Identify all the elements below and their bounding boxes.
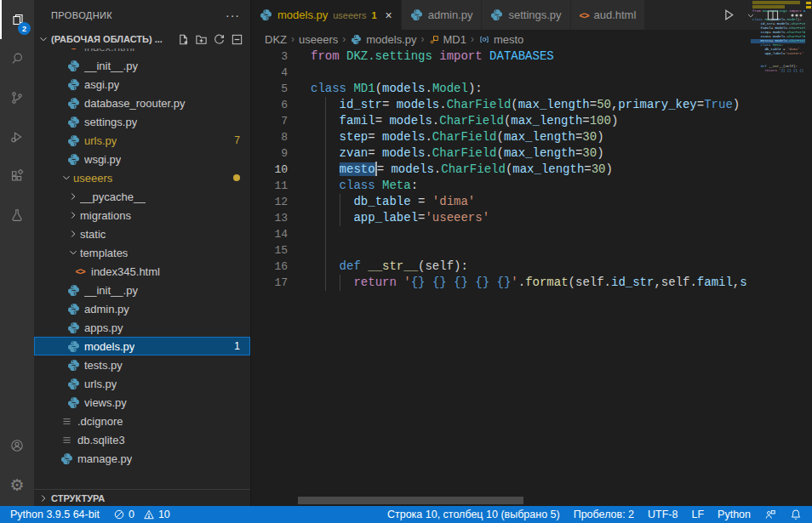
tree-item-label: index.html <box>84 48 134 54</box>
code-line-15[interactable]: 15 <box>251 242 751 259</box>
status-bar: Python 3.9.5 64-bit0 10 Строка 10, столб… <box>0 506 812 523</box>
code-line-9[interactable]: 9 zvan= models.CharField(max_length=30) <box>251 145 751 162</box>
line-number: 3 <box>251 48 288 65</box>
python-file-icon <box>260 9 272 21</box>
search-icon[interactable] <box>0 39 34 78</box>
code-line-8[interactable]: 8 step= models.CharField(max_length=30) <box>251 129 751 145</box>
line-number: 5 <box>251 81 288 97</box>
code-line-3[interactable]: 3from DKZ.settings import DATABASES <box>251 48 751 65</box>
tab-settings-py[interactable]: settings.py <box>482 0 570 30</box>
minimap[interactable]: from DKZ.settings import DATABASESclass … <box>751 0 805 506</box>
tree-file-asgi-py[interactable]: asgi.py <box>34 75 250 94</box>
outline-section-header[interactable]: СТРУКТУРА <box>34 489 250 506</box>
horizontal-scrollbar-thumb[interactable] <box>298 497 523 504</box>
source-control-icon[interactable] <box>0 78 34 117</box>
line-number: 8 <box>251 129 288 145</box>
code-line-14[interactable]: 14 <box>251 226 751 242</box>
status-indentation[interactable]: Пробелов: 2 <box>567 506 641 523</box>
extensions-icon[interactable] <box>0 156 34 196</box>
line-number: 17 <box>251 275 288 291</box>
file-tree: <>index.html__init__.pyasgi.pydatabase_r… <box>34 48 250 489</box>
breadcrumb-separator: › <box>471 33 474 45</box>
code-line-17[interactable]: 17 return '{} {} {} {} {}'.format(self.i… <box>251 275 751 291</box>
tree-file-index-html[interactable]: <>index.html <box>34 48 250 56</box>
collapse-all-icon[interactable] <box>231 33 243 46</box>
code-line-13[interactable]: 13 app_label='useeers' <box>251 210 751 226</box>
python-file-icon <box>66 396 80 409</box>
code-line-12[interactable]: 12 db_table = 'dima' <box>251 194 751 210</box>
status-label: LF <box>691 509 704 520</box>
line-number: 16 <box>251 259 288 275</box>
tree-file-settings-py[interactable]: settings.py <box>34 112 250 131</box>
tree-item-label: urls.py <box>84 134 117 147</box>
error-count: 0 <box>129 509 134 520</box>
status-feedback[interactable] <box>758 506 783 523</box>
chevron-down-icon <box>60 172 73 184</box>
tree-folder-useeers[interactable]: useeers <box>34 168 250 187</box>
status-eol[interactable]: LF <box>684 506 711 523</box>
code-line-6[interactable]: 6 id_str= models.CharField(max_length=50… <box>251 97 751 113</box>
status-language-mode[interactable]: Python <box>711 506 758 523</box>
tab-aud-html[interactable]: <>aud.html <box>571 0 646 30</box>
warning-count: 10 <box>158 509 170 520</box>
run-debug-icon[interactable] <box>0 117 34 156</box>
tree-file-wsgi-py[interactable]: wsgi.py <box>34 150 250 168</box>
status-label: UTF-8 <box>648 509 678 520</box>
tree-file-database-roouter-py[interactable]: database_roouter.py <box>34 94 250 112</box>
code-editor[interactable]: 3from DKZ.settings import DATABASES45cla… <box>251 48 751 506</box>
breadcrumb-item-models-py[interactable]: models.py <box>350 33 416 46</box>
tree-file-manage-py[interactable]: manage.py <box>34 449 250 468</box>
chevron-down-icon <box>37 33 49 45</box>
breadcrumb-item-md1[interactable]: MD1 <box>429 33 466 46</box>
account-icon[interactable] <box>0 426 34 465</box>
tree-file-admin-py[interactable]: admin.py <box>34 299 250 318</box>
code-line-10[interactable]: 10 mesto= models.CharField(max_length=30… <box>251 162 751 178</box>
status-problems[interactable]: 0 10 <box>106 506 177 523</box>
refresh-icon[interactable] <box>213 33 226 46</box>
status-cursor-position[interactable]: Строка 10, столбец 10 (выбрано 5) <box>380 506 567 523</box>
tree-file-index345-html[interactable]: <>index345.html <box>34 262 250 281</box>
tab-models-py[interactable]: models.pyuseeers1× <box>251 0 402 30</box>
chevron-right-icon <box>66 190 80 202</box>
python-file-icon <box>60 452 73 465</box>
tree-file-urls-py[interactable]: urls.py7 <box>34 131 250 150</box>
new-folder-icon[interactable] <box>195 33 208 46</box>
code-line-5[interactable]: 5class MD1(models.Model): <box>251 81 751 97</box>
more-actions-icon[interactable]: ··· <box>226 9 240 22</box>
tree-item-label: static <box>80 228 106 241</box>
tree-file--init-py[interactable]: __init__.py <box>34 281 250 299</box>
status-notifications[interactable] <box>783 506 809 523</box>
code-line-4[interactable]: 4 <box>251 65 751 81</box>
status-encoding[interactable]: UTF-8 <box>641 506 684 523</box>
tree-folder--pycache-[interactable]: __pycache__ <box>34 187 250 206</box>
workspace-section-header[interactable]: (РАБОЧАЯ ОБЛАСТЬ) ... <box>34 30 250 48</box>
breadcrumb-item-mesto[interactable]: mesto <box>478 33 523 46</box>
tree-file--init-py[interactable]: __init__.py <box>34 56 250 75</box>
modified-dot-badge <box>233 174 240 181</box>
tree-file-views-py[interactable]: views.py <box>34 393 250 412</box>
tree-file--dcignore[interactable]: .dcignore <box>34 412 250 430</box>
breadcrumb-item-dkz[interactable]: DKZ <box>265 33 287 46</box>
tree-folder-migrations[interactable]: migrations <box>34 206 250 225</box>
tree-folder-templates[interactable]: templates <box>34 243 250 262</box>
testing-icon[interactable] <box>0 196 34 235</box>
status-python-interpreter[interactable]: Python 3.9.5 64-bit <box>3 506 106 523</box>
code-line-16[interactable]: 16 def __str__(self): <box>251 259 751 275</box>
settings-gear-icon[interactable]: ⚙ <box>0 465 34 504</box>
tree-file-apps-py[interactable]: apps.py <box>34 318 250 337</box>
list-file-icon <box>60 435 73 446</box>
tree-file-tests-py[interactable]: tests.py <box>34 355 250 374</box>
breadcrumb-item-useeers[interactable]: useeers <box>299 33 338 46</box>
tree-file-urls-py[interactable]: urls.py <box>34 374 250 393</box>
run-icon[interactable] <box>721 8 735 22</box>
tree-folder-static[interactable]: static <box>34 225 250 243</box>
workspace-section-label: (РАБОЧАЯ ОБЛАСТЬ) ... <box>51 34 163 44</box>
tree-file-db-sqlite3[interactable]: db.sqlite3 <box>34 430 250 449</box>
close-icon[interactable]: × <box>386 9 392 22</box>
code-line-11[interactable]: 11 class Meta: <box>251 178 751 194</box>
tree-file-models-py[interactable]: models.py1 <box>34 337 250 355</box>
code-line-7[interactable]: 7 famil= models.CharField(max_length=100… <box>251 113 751 129</box>
new-file-icon[interactable] <box>177 33 190 46</box>
tab-admin-py[interactable]: admin.py <box>402 0 483 30</box>
files-icon[interactable]: 2 <box>0 0 34 39</box>
